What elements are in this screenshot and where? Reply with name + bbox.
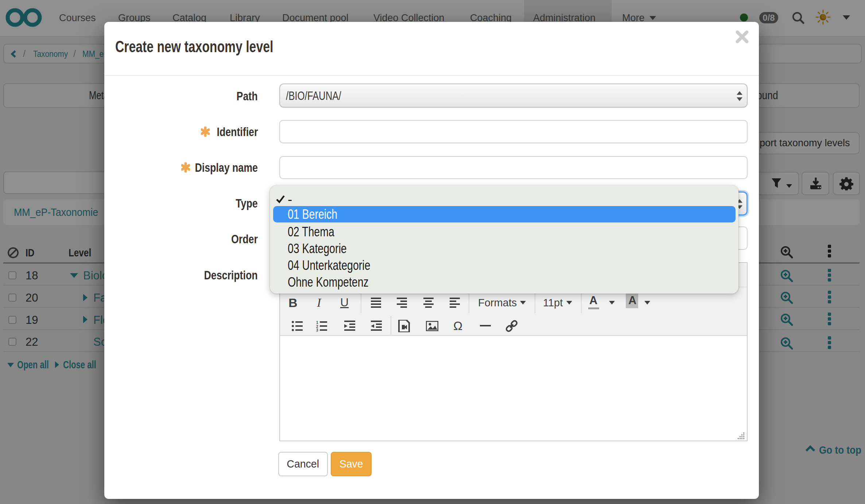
- svg-text:1: 1: [316, 321, 318, 325]
- svg-text:3: 3: [316, 328, 318, 332]
